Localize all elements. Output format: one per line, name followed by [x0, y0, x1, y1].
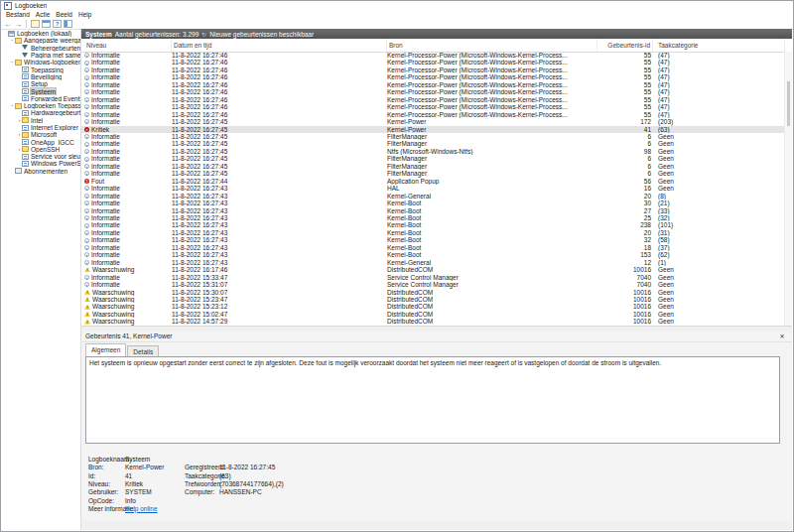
table-row[interactable]: Informatie11-8-2022 16:27:45FilterManage… — [81, 133, 785, 140]
table-row[interactable]: Informatie11-8-2022 16:27:46Kernel-Proce… — [81, 66, 785, 73]
scrollbar-thumb[interactable] — [787, 81, 790, 126]
sidebar-item-openssh[interactable]: ›OpenSSH — [1, 146, 80, 153]
sidebar-item-intel[interactable]: ›Intel — [1, 117, 80, 124]
table-row[interactable]: Informatie11-8-2022 16:27:43Kernel-Boot2… — [81, 214, 785, 221]
table-row[interactable]: Informatie11-8-2022 16:27:46Kernel-Proce… — [81, 88, 785, 95]
cell-gebeurtenis-id: 10016 — [597, 311, 653, 318]
document-icon[interactable] — [31, 20, 40, 28]
sidebar-item-label: Microsoft — [31, 131, 57, 138]
sidebar-item-aangepaste-weergaven[interactable]: ›Aangepaste weergaven — [1, 37, 80, 44]
table-row[interactable]: Waarschuwing11-8-2022 15:02:47Distribute… — [81, 311, 785, 318]
sidebar-item-pagina-met-samenvatting[interactable]: Pagina met samenvatting — [1, 52, 80, 59]
sidebar-item-forwarded-events[interactable]: Forwarded Events — [1, 95, 80, 102]
table-row[interactable]: Waarschuwing11-8-2022 15:23:12Distribute… — [81, 303, 785, 310]
table-row[interactable]: Informatie11-8-2022 16:27:45FilterManage… — [81, 155, 785, 162]
sidebar-item-hardwaregebeurtenissen[interactable]: Hardwaregebeurtenissen — [1, 109, 80, 116]
cell-bron: Kernel-Processor-Power (Microsoft-Window… — [387, 59, 597, 66]
sidebar-item-logboeken-lokaal-[interactable]: Logboeken (lokaal) — [1, 30, 80, 37]
window-icon[interactable] — [42, 20, 51, 28]
table-row[interactable]: Informatie11-8-2022 16:27:46Kernel-Proce… — [81, 52, 785, 59]
table-row[interactable]: Informatie11-8-2022 16:27:46Kernel-Proce… — [81, 96, 785, 103]
cell-bron: DistributedCOM — [387, 296, 597, 303]
table-row[interactable]: Informatie11-8-2022 16:27:46Kernel-Proce… — [81, 59, 785, 66]
table-row[interactable]: Informatie11-8-2022 16:27:43Kernel-Boot2… — [81, 229, 785, 236]
cell-datum: 11-8-2022 15:23:47 — [172, 296, 387, 303]
sidebar-item-beveiliging[interactable]: Beveiliging — [1, 73, 80, 80]
cell-niveau: Informatie — [84, 59, 172, 66]
sidebar-item-abonnementen[interactable]: Abonnementen — [1, 168, 80, 175]
menu-help[interactable]: Help — [75, 10, 94, 19]
column-header-cat[interactable]: Taakcategorie — [653, 39, 785, 52]
sidebar-item-label: OpenSSH — [31, 146, 60, 153]
column-header-date[interactable]: Datum en tijd — [172, 39, 387, 52]
cell-bron: DistributedCOM — [387, 266, 597, 273]
cell-bron: DistributedCOM — [387, 289, 597, 296]
table-row[interactable]: Informatie11-8-2022 16:27:43Kernel-Boot1… — [81, 244, 785, 251]
table-row[interactable]: Informatie11-8-2022 15:33:47Service Cont… — [81, 274, 785, 281]
table-row[interactable]: Informatie11-8-2022 16:27:46Kernel-Proce… — [81, 73, 785, 80]
refresh-icon[interactable] — [201, 31, 206, 38]
column-header-niv[interactable]: Niveau — [84, 39, 172, 52]
sidebar-item-internet-explorer[interactable]: Internet Explorer — [1, 124, 80, 131]
sidebar-item-label: OneApp_IGCC — [31, 139, 74, 146]
cell-taakcategorie: (47) — [653, 59, 785, 66]
console-tree-icon[interactable] — [64, 20, 72, 28]
table-row[interactable]: Kritiek11-8-2022 16:27:45Kernel-Power41(… — [81, 126, 785, 133]
back-icon[interactable]: ← — [4, 20, 12, 29]
sidebar-item-beheergebeurtenissen[interactable]: Beheergebeurtenissen — [1, 45, 80, 52]
close-icon[interactable]: ✕ — [778, 332, 786, 340]
table-row[interactable]: Informatie11-8-2022 16:27:46Kernel-Proce… — [81, 81, 785, 88]
tab-algemeen[interactable]: Algemeen — [85, 343, 126, 356]
cell-bron: Kernel-Boot — [387, 221, 597, 228]
table-row[interactable]: Waarschuwing11-8-2022 15:30:07Distribute… — [81, 289, 785, 296]
table-row[interactable]: Informatie11-8-2022 16:27:45Ntfs (Micros… — [81, 148, 785, 155]
sidebar-item-microsoft[interactable]: ›Microsoft — [1, 131, 80, 138]
table-row[interactable]: Informatie11-8-2022 16:27:46Kernel-Proce… — [81, 111, 785, 118]
info-icon — [84, 275, 89, 280]
level-label: Informatie — [91, 155, 120, 162]
sidebar-item-logboeken-toepassingen-en-services[interactable]: ›Logboeken Toepassingen en services — [1, 102, 80, 109]
table-row[interactable]: Informatie11-8-2022 16:27:43HAL16Geen — [81, 185, 785, 192]
cell-datum: 11-8-2022 16:27:46 — [172, 73, 387, 80]
table-row[interactable]: Informatie11-8-2022 16:27:45FilterManage… — [81, 140, 785, 147]
table-row[interactable]: Fout11-8-2022 16:27:44Application Popup5… — [81, 178, 785, 185]
menu-beeld[interactable]: Beeld — [53, 10, 75, 19]
warning-icon — [84, 267, 90, 272]
cell-taakcategorie: Geen — [653, 266, 785, 273]
sidebar-item-service-voor-sleutelbeheer[interactable]: Service voor sleutelbeheer — [1, 153, 80, 160]
table-row[interactable]: Waarschuwing11-8-2022 14:57:29Distribute… — [81, 318, 785, 325]
column-header-id[interactable]: Gebeurtenis-id — [597, 39, 653, 52]
table-row[interactable]: Informatie11-8-2022 16:27:43Kernel-Boot2… — [81, 221, 785, 228]
table-row[interactable]: Informatie11-8-2022 16:27:45Kernel-Power… — [81, 118, 785, 125]
table-row[interactable]: Informatie11-8-2022 16:27:43Kernel-Boot3… — [81, 236, 785, 243]
table-row[interactable]: Waarschuwing11-8-2022 16:17:46Distribute… — [81, 266, 785, 273]
level-label: Informatie — [91, 214, 120, 221]
sidebar-item-oneapp-igcc[interactable]: OneApp_IGCC — [1, 138, 80, 145]
sidebar-item-setup[interactable]: Setup — [1, 80, 80, 87]
table-row[interactable]: Informatie11-8-2022 16:27:45FilterManage… — [81, 163, 785, 170]
table-row[interactable]: Informatie11-8-2022 16:27:43Kernel-Boot1… — [81, 251, 785, 258]
table-row[interactable]: Informatie11-8-2022 16:27:46Kernel-Proce… — [81, 103, 785, 110]
table-row[interactable]: Informatie11-8-2022 15:31:07Service Cont… — [81, 281, 785, 288]
sidebar-item-toepassing[interactable]: Toepassing — [1, 66, 80, 72]
tab-details[interactable]: Details — [127, 345, 159, 356]
help-online-link[interactable]: Help online — [125, 505, 158, 513]
table-row[interactable]: Informatie11-8-2022 16:27:43Kernel-Gener… — [81, 259, 785, 266]
table-row[interactable]: Informatie11-8-2022 16:27:43Kernel-Boot2… — [81, 207, 785, 214]
sidebar-item-label: Setup — [31, 80, 48, 87]
sidebar-item-windows-logboeken[interactable]: ›Windows-logboeken — [1, 59, 80, 66]
table-row[interactable]: Informatie11-8-2022 16:27:45FilterManage… — [81, 170, 785, 177]
event-properties: Logboeknaam:SysteemBron:Kernel-PowerGere… — [81, 451, 792, 522]
table-row[interactable]: Waarschuwing11-8-2022 15:23:47Distribute… — [81, 296, 785, 303]
level-label: Waarschuwing — [92, 303, 134, 310]
sidebar-item-systeem[interactable]: Systeem — [1, 87, 80, 94]
vertical-scrollbar[interactable] — [784, 52, 792, 326]
help-icon[interactable]: ? — [53, 20, 62, 28]
table-row[interactable]: Informatie11-8-2022 16:27:43Kernel-Gener… — [81, 193, 785, 200]
menu-bestand[interactable]: Bestand — [3, 10, 33, 19]
menu-actie[interactable]: Actie — [33, 10, 53, 19]
sidebar-item-windows-powershell[interactable]: Windows PowerShell — [1, 160, 80, 167]
column-header-src[interactable]: Bron — [387, 39, 597, 52]
forward-icon[interactable]: → — [14, 20, 22, 29]
table-row[interactable]: Informatie11-8-2022 16:27:43Kernel-Boot3… — [81, 200, 785, 206]
